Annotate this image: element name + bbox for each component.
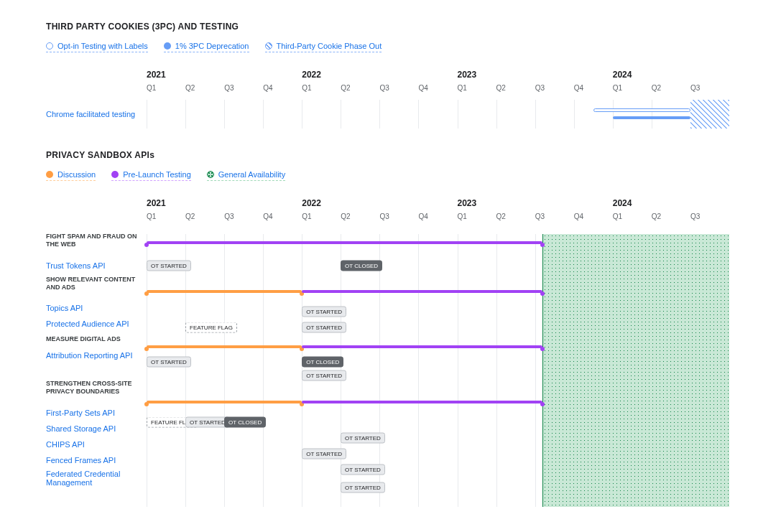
timeline-cookies: Chrome facilitated testing 2021 2022 202… (46, 70, 729, 129)
row-topics[interactable]: Topics API (46, 300, 141, 316)
row-fenced-frames[interactable]: Fenced Frames API (46, 452, 141, 468)
section-title-cookies: THIRD PARTY COOKIES (3PC) AND TESTING (46, 22, 729, 32)
bar-optin (593, 108, 690, 112)
group-boundaries: STRENGTHEN CROSS-SITE PRIVACY BOUNDARIES (46, 378, 141, 398)
chip-ot-closed: OT CLOSED (341, 261, 382, 271)
circle-purple-icon (111, 171, 119, 178)
group-spam: FIGHT SPAM AND FRAUD ON THE WEB (46, 234, 141, 247)
bar-1pct (613, 116, 690, 119)
bar-g3-orange (147, 345, 302, 348)
quarters-row: Q1Q2Q3Q4 Q1Q2Q3Q4 Q1Q2Q3Q4 Q1Q2Q3 (147, 84, 729, 100)
chip-ot-started: OT STARTED (302, 322, 346, 333)
row-fedcm[interactable]: Federated Credential Management (46, 468, 141, 488)
row-fps[interactable]: First-Party Sets API (46, 405, 141, 421)
bar-g1-purple (147, 241, 542, 244)
chip-ot-started: OT STARTED (341, 482, 385, 493)
circle-orange-icon (46, 171, 53, 178)
chip-ot-started: OT STARTED (341, 433, 385, 444)
legend-ga[interactable]: General Availability (207, 170, 285, 181)
bar-g4-purple (302, 401, 542, 403)
group-measure: MEASURE DIGITAL ADS (46, 332, 141, 347)
bar-g2-purple (302, 290, 542, 293)
chip-ot-started: OT STARTED (147, 261, 191, 271)
chip-ot-started: OT STARTED (185, 417, 230, 428)
bar-g2-orange (147, 290, 302, 293)
bar-g4-orange (147, 401, 302, 403)
circle-hatch-icon (265, 42, 272, 50)
legend-1pct[interactable]: 1% 3PC Deprecation (164, 42, 249, 52)
row-chips[interactable]: CHIPS API (46, 437, 141, 452)
quarters-row: Q1Q2Q3Q4 Q1Q2Q3Q4 Q1Q2Q3Q4 Q1Q2Q3 (147, 213, 729, 228)
chip-ot-closed: OT CLOSED (224, 417, 266, 428)
legend-cookies: Opt-in Testing with Labels 1% 3PC Deprec… (46, 42, 729, 52)
chip-feature-flag: FEATURE FLAG (185, 322, 237, 333)
row-trust-tokens[interactable]: Trust Tokens API (46, 256, 141, 276)
legend-prelaunch[interactable]: Pre-Launch Testing (111, 170, 191, 181)
legend-phaseout[interactable]: Third-Party Cookie Phase Out (265, 42, 382, 52)
row-label-chrome-facilitated[interactable]: Chrome facilitated testing (46, 100, 141, 129)
section-title-apis: PRIVACY SANDBOX APIs (46, 150, 729, 160)
circle-outline-icon (46, 42, 53, 50)
legend-apis: Discussion Pre-Launch Testing General Av… (46, 170, 729, 181)
group-ads: SHOW RELEVANT CONTENT AND ADS (46, 276, 141, 291)
circle-green-icon (207, 171, 214, 178)
row-protected-audience[interactable]: Protected Audience API (46, 316, 141, 332)
chip-ot-started: OT STARTED (147, 357, 191, 368)
chip-ot-started: OT STARTED (302, 307, 346, 317)
legend-optin[interactable]: Opt-in Testing with Labels (46, 42, 148, 52)
years-row: 2021 2022 2023 2024 (147, 198, 729, 213)
chip-ot-started: OT STARTED (341, 465, 385, 475)
chip-ot-started: OT STARTED (302, 370, 346, 381)
timeline-apis: 2021 2022 2023 2024 Q1Q2Q3Q4 Q1Q2Q3Q4 Q1… (46, 198, 729, 234)
chip-ot-closed: OT CLOSED (302, 357, 343, 368)
row-attribution[interactable]: Attribution Reporting API (46, 347, 141, 363)
chip-ot-started: OT STARTED (302, 449, 346, 459)
section-cookies: THIRD PARTY COOKIES (3PC) AND TESTING Op… (46, 22, 729, 129)
section-apis: PRIVACY SANDBOX APIs Discussion Pre-Laun… (46, 150, 729, 507)
legend-discussion[interactable]: Discussion (46, 170, 96, 181)
years-row: 2021 2022 2023 2024 (147, 70, 729, 84)
bar-g3-purple (302, 345, 542, 348)
circle-solid-icon (164, 42, 171, 50)
row-shared-storage[interactable]: Shared Storage API (46, 421, 141, 437)
ga-zone (542, 234, 729, 507)
